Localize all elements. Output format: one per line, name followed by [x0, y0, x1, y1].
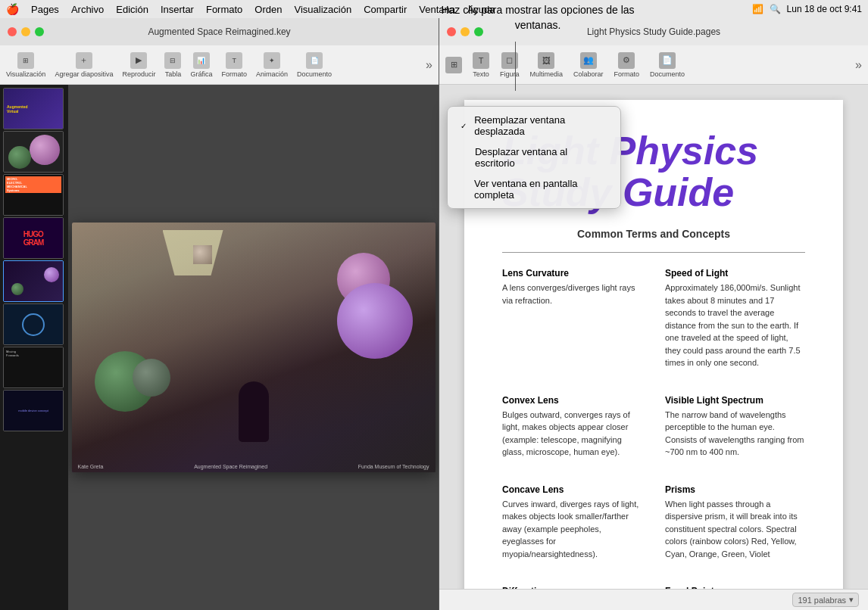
context-menu-item-2[interactable]: Desplazar ventana al escritorio	[448, 142, 620, 173]
toolbar-tabla[interactable]: ⊟ Tabla	[164, 52, 181, 78]
slide-caption: Kate Greta Augmented Space Reimagined Fu…	[72, 464, 436, 469]
main-area: Augmented Space Reimagined.key ⊞ Visuali…	[0, 18, 868, 610]
menu-orden[interactable]: Orden	[254, 4, 282, 15]
toolbar-reproducir[interactable]: ▶ Reproducir	[122, 52, 155, 78]
doc-def: Bulges outward, converges rays of light,…	[502, 409, 642, 459]
slide-thumb-wrapper-5: 500	[3, 260, 65, 302]
documento-icon: 📄	[306, 52, 323, 69]
pages-toolbar-multimedia[interactable]: 🖼 Multimedia	[530, 52, 564, 78]
doc-def: The narrow band of wavelengths perceptib…	[665, 409, 805, 459]
context-menu-label-2: Desplazar ventana al escritorio	[475, 146, 610, 169]
pages-toolbar-more[interactable]: »	[855, 58, 862, 72]
pages-multimedia-icon: 🖼	[538, 52, 554, 69]
doc-term: Visible Light Spectrum	[665, 395, 805, 406]
toolbar-animacion[interactable]: ✦ Animación	[256, 52, 288, 78]
pages-toolbar-documento[interactable]: 📄 Documento	[650, 52, 685, 78]
word-count-text: 191 palabras	[798, 596, 846, 605]
doc-term-block: Visible Light SpectrumThe narrow band of…	[665, 395, 805, 459]
wifi-icon: 📶	[752, 4, 763, 14]
doc-divider	[502, 252, 805, 253]
visualizacion-icon: ⊞	[17, 52, 34, 69]
apple-menu[interactable]: 🍎	[6, 3, 19, 15]
menu-compartir[interactable]: Compartir	[364, 4, 407, 15]
menu-pages[interactable]: Pages	[31, 4, 59, 15]
doc-columns: Lens CurvatureA lens converges/diverges …	[502, 268, 805, 589]
pages-texto-icon: T	[473, 52, 489, 69]
callout-line	[515, 42, 516, 91]
slide-thumb-4[interactable]: HUGOGRAM	[3, 217, 64, 259]
animacion-icon: ✦	[264, 52, 280, 69]
menu-formato[interactable]: Formato	[206, 4, 242, 15]
doc-term-block: PrismsWhen light passes through a disper…	[665, 484, 805, 561]
keynote-titlebar: Augmented Space Reimagined.key	[0, 18, 439, 45]
word-count-button[interactable]: 191 palabras ▾	[792, 593, 859, 607]
caption-right: Funda Museum of Technology	[358, 464, 429, 469]
pages-toolbar-visualizacion[interactable]: ⊞	[445, 57, 462, 73]
toolbar-more-button[interactable]: »	[426, 58, 432, 72]
search-icon[interactable]: 🔍	[770, 4, 781, 14]
check-icon-2	[458, 152, 469, 163]
sphere-small-green	[133, 359, 170, 397]
toolbar-formato[interactable]: T Formato	[221, 52, 247, 78]
sphere-large-purple	[337, 283, 413, 359]
context-menu-item-3[interactable]: Ver ventana en pantalla completa	[448, 173, 620, 205]
doc-def: A lens converges/diverges light rays via…	[502, 282, 642, 307]
grafica-icon: 📊	[193, 52, 210, 69]
pages-colaborar-icon: 👥	[580, 52, 597, 69]
keynote-toolbar: ⊞ Visualización ＋ Agregar diapositiva ▶ …	[0, 45, 439, 85]
pages-documento-icon: 📄	[659, 52, 676, 69]
menu-visualizacion[interactable]: Visualización	[295, 4, 352, 15]
pages-toolbar-texto[interactable]: T Texto	[473, 52, 489, 78]
pages-formato-icon: ⚙	[618, 52, 635, 69]
slide-content: Kate Greta Augmented Space Reimagined Fu…	[72, 223, 436, 472]
keynote-maximize-button[interactable]	[35, 27, 44, 36]
menubar-right: 📶 🔍 Lun 18 de oct 9:41	[752, 4, 862, 14]
slide-thumb-8[interactable]: mobile device concept	[3, 390, 64, 431]
doc-term: Speed of Light	[665, 268, 805, 279]
slide-thumb-wrapper-3: MICRO-ELECTRO-MECHANICALSystems 300	[3, 174, 65, 216]
keynote-close-button[interactable]	[8, 27, 17, 36]
slide-thumb-5[interactable]	[3, 260, 64, 302]
slide-thumb-wrapper-8: mobile device concept 1001	[3, 390, 65, 431]
slide-thumb-3[interactable]: MICRO-ELECTRO-MECHANICALSystems	[3, 174, 64, 216]
callout-text: Haz clic para mostrar las opciones de la…	[439, 3, 636, 33]
context-menu-label-1: Reemplazar ventana desplazada	[474, 114, 610, 137]
menu-insertar[interactable]: Insertar	[161, 4, 194, 15]
slide-thumb-1[interactable]: AugmentedVirtual	[3, 88, 64, 129]
word-count-chevron: ▾	[849, 595, 854, 605]
slide-thumb-7[interactable]: MovingForwards	[3, 347, 64, 388]
caption-left: Kate Greta	[78, 464, 104, 469]
slide-thumb-6[interactable]	[3, 303, 64, 345]
slide-thumb-wrapper-7: MovingForwards 900	[3, 347, 65, 388]
pages-toolbar-colaborar[interactable]: 👥 Colaborar	[573, 52, 604, 78]
pages-toolbar-formato[interactable]: ⚙ Formato	[614, 52, 640, 78]
keynote-window: Augmented Space Reimagined.key ⊞ Visuali…	[0, 18, 439, 610]
clock: Lun 18 de oct 9:41	[787, 4, 862, 14]
menu-edicion[interactable]: Edición	[116, 4, 148, 15]
doc-term: Prisms	[665, 484, 805, 495]
doc-term-block: Lens CurvatureA lens converges/diverges …	[502, 268, 642, 369]
context-menu-item-1[interactable]: ✓ Reemplazar ventana desplazada	[448, 110, 620, 142]
pages-toolbar: ⊞ T Texto ◻ Figura 🖼 Multimedia 👥 Colabo…	[439, 45, 868, 85]
toolbar-visualizacion[interactable]: ⊞ Visualización	[6, 52, 45, 78]
toolbar-documento[interactable]: 📄 Documento	[297, 52, 332, 78]
slide-thumb-wrapper-6: 600	[3, 303, 65, 345]
keynote-minimize-button[interactable]	[21, 27, 30, 36]
slide-panel: AugmentedVirtual 1 2	[0, 85, 68, 610]
toolbar-agregar[interactable]: ＋ Agregar diapositiva	[55, 52, 113, 78]
toolbar-grafica[interactable]: 📊 Gráfica	[190, 52, 212, 78]
menu-archivo[interactable]: Archivo	[71, 4, 104, 15]
doc-def: Approximately 186,000mi/s. Sunlight take…	[665, 282, 805, 369]
doc-term-block: Speed of LightApproximately 186,000mi/s.…	[665, 268, 805, 369]
pages-toolbar-figura[interactable]: ◻ Figura	[500, 52, 520, 78]
doc-term-block: Convex LensBulges outward, converges ray…	[502, 395, 642, 459]
doc-term: Convex Lens	[502, 395, 642, 406]
slide-image	[72, 223, 436, 472]
slide-thumb-wrapper-1: AugmentedVirtual 1	[3, 88, 65, 129]
agregar-icon: ＋	[76, 52, 92, 69]
formato-icon: T	[226, 52, 242, 69]
reproducir-icon: ▶	[130, 52, 147, 69]
slide-thumb-2[interactable]	[3, 131, 64, 173]
doc-subtitle: Common Terms and Concepts	[502, 228, 805, 240]
person-silhouette	[239, 381, 269, 442]
